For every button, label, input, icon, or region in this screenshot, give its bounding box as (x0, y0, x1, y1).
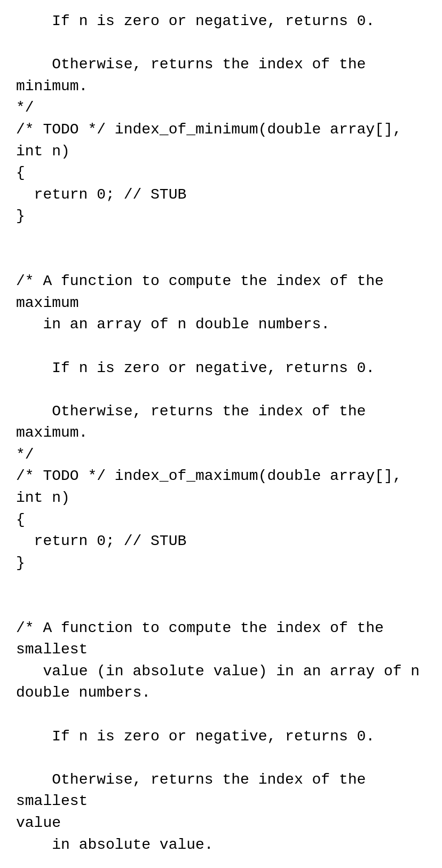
code-content: If n is zero or negative, returns 0. Oth… (16, 11, 426, 868)
